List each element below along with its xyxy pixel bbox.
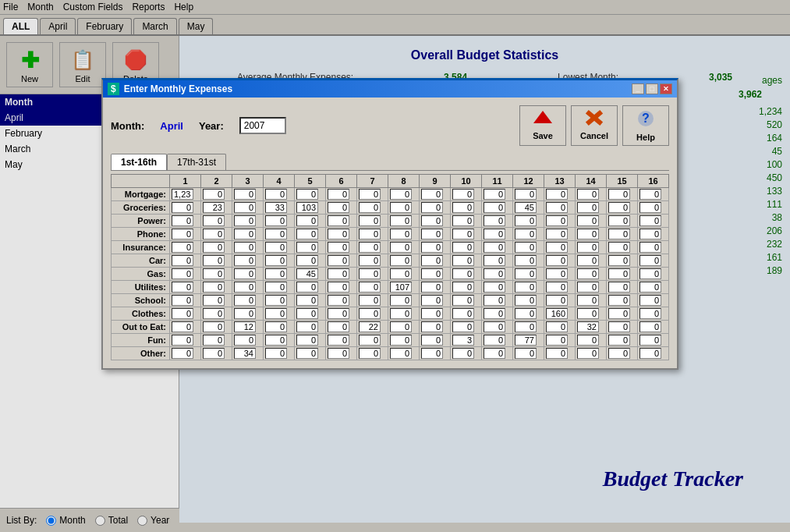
input-9-9[interactable] (452, 308, 474, 319)
input-2-14[interactable] (608, 215, 630, 226)
cell-2-11[interactable] (513, 215, 544, 228)
cell-1-5[interactable] (326, 201, 357, 215)
input-5-7[interactable] (390, 255, 412, 266)
input-10-14[interactable] (608, 321, 630, 332)
input-10-9[interactable] (452, 321, 474, 332)
input-5-0[interactable] (172, 255, 193, 266)
input-3-1[interactable] (203, 229, 225, 239)
cell-11-10[interactable] (482, 334, 513, 347)
cell-12-6[interactable] (357, 347, 388, 360)
cell-6-4[interactable] (295, 268, 326, 281)
cell-3-7[interactable] (388, 228, 420, 241)
input-9-11[interactable] (515, 308, 537, 319)
cell-5-12[interactable] (544, 254, 576, 268)
input-9-5[interactable] (328, 308, 349, 319)
input-10-8[interactable] (421, 321, 443, 332)
input-1-12[interactable] (546, 202, 568, 213)
cell-4-0[interactable] (170, 241, 201, 254)
cell-6-10[interactable] (482, 268, 513, 281)
cell-10-12[interactable] (544, 321, 576, 334)
cell-7-7[interactable] (388, 281, 420, 294)
input-9-7[interactable] (390, 308, 412, 319)
cell-2-3[interactable] (264, 215, 295, 228)
input-7-5[interactable] (328, 282, 349, 293)
input-7-13[interactable] (577, 282, 599, 293)
cell-2-8[interactable] (420, 215, 451, 228)
input-1-11[interactable] (515, 202, 537, 213)
input-12-12[interactable] (546, 348, 568, 359)
cell-0-9[interactable] (451, 188, 482, 201)
input-11-1[interactable] (203, 335, 225, 346)
input-12-15[interactable] (639, 348, 661, 359)
input-4-1[interactable] (203, 242, 225, 253)
dialog-close-btn[interactable]: ✕ (660, 83, 672, 94)
input-7-0[interactable] (172, 282, 193, 293)
input-8-12[interactable] (546, 295, 568, 306)
cell-11-14[interactable] (607, 334, 638, 347)
input-7-14[interactable] (608, 282, 630, 293)
cell-0-15[interactable] (638, 188, 669, 201)
cell-0-7[interactable] (388, 188, 420, 201)
cell-3-14[interactable] (607, 228, 638, 241)
cell-5-8[interactable] (420, 254, 451, 268)
cell-8-2[interactable] (232, 294, 264, 307)
cell-7-4[interactable] (295, 281, 326, 294)
input-4-6[interactable] (359, 242, 381, 253)
cell-10-10[interactable] (482, 321, 513, 334)
input-3-14[interactable] (608, 229, 630, 239)
input-11-11[interactable] (515, 335, 537, 346)
cell-12-2[interactable] (232, 347, 264, 360)
dialog-tab-1st16[interactable]: 1st-16th (111, 154, 167, 170)
cell-5-6[interactable] (357, 254, 388, 268)
input-6-9[interactable] (452, 268, 474, 279)
input-10-1[interactable] (203, 321, 225, 332)
cell-3-3[interactable] (264, 228, 295, 241)
cell-7-0[interactable] (170, 281, 201, 294)
cell-0-11[interactable] (513, 188, 544, 201)
cell-6-7[interactable] (388, 268, 420, 281)
cell-4-4[interactable] (295, 241, 326, 254)
cell-3-0[interactable] (170, 228, 201, 241)
input-10-11[interactable] (515, 321, 537, 332)
cell-10-11[interactable] (513, 321, 544, 334)
input-10-13[interactable] (577, 321, 599, 332)
input-5-11[interactable] (515, 255, 537, 266)
cell-12-10[interactable] (482, 347, 513, 360)
cell-7-1[interactable] (201, 281, 232, 294)
input-6-15[interactable] (639, 268, 661, 279)
cell-7-8[interactable] (420, 281, 451, 294)
cell-7-13[interactable] (576, 281, 607, 294)
input-5-3[interactable] (265, 255, 287, 266)
cell-1-6[interactable] (357, 201, 388, 215)
cell-10-9[interactable] (451, 321, 482, 334)
cell-2-4[interactable] (295, 215, 326, 228)
input-4-9[interactable] (452, 242, 474, 253)
cell-9-7[interactable] (388, 307, 420, 321)
cell-10-14[interactable] (607, 321, 638, 334)
cell-3-9[interactable] (451, 228, 482, 241)
input-7-7[interactable] (390, 282, 412, 293)
input-6-11[interactable] (515, 268, 537, 279)
cell-12-1[interactable] (201, 347, 232, 360)
cell-11-13[interactable] (576, 334, 607, 347)
cell-4-15[interactable] (638, 241, 669, 254)
cell-5-3[interactable] (264, 254, 295, 268)
cell-4-8[interactable] (420, 241, 451, 254)
cell-1-13[interactable] (576, 201, 607, 215)
input-6-1[interactable] (203, 268, 225, 279)
cell-12-12[interactable] (544, 347, 576, 360)
input-10-15[interactable] (639, 321, 661, 332)
cell-11-7[interactable] (388, 334, 420, 347)
cell-11-9[interactable] (451, 334, 482, 347)
input-8-2[interactable] (234, 295, 256, 306)
cell-7-11[interactable] (513, 281, 544, 294)
cell-8-13[interactable] (576, 294, 607, 307)
input-3-0[interactable] (172, 229, 193, 239)
input-12-10[interactable] (484, 348, 505, 359)
cell-0-13[interactable] (576, 188, 607, 201)
input-4-10[interactable] (484, 242, 505, 253)
input-2-9[interactable] (452, 215, 474, 226)
input-7-2[interactable] (234, 282, 256, 293)
cell-2-10[interactable] (482, 215, 513, 228)
cell-7-6[interactable] (357, 281, 388, 294)
